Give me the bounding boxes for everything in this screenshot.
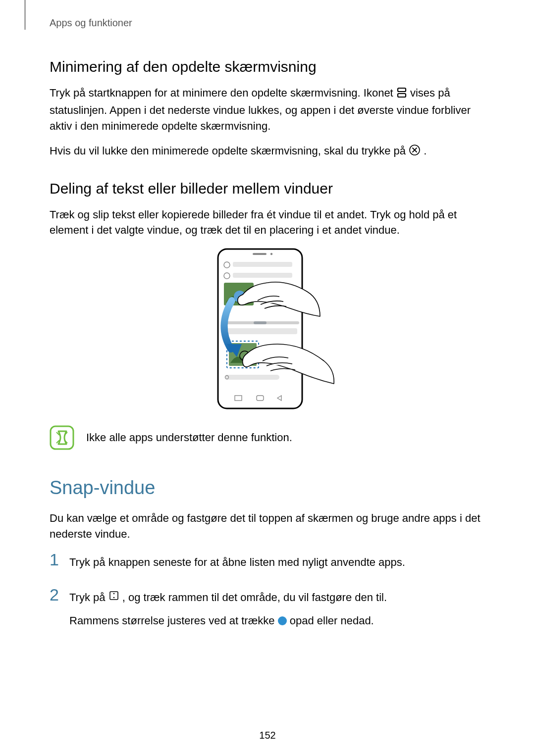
snap-window-icon: [108, 591, 122, 604]
paragraph-minimize-2: Hvis du vil lukke den minimerede opdelte…: [50, 143, 495, 160]
step-number-2: 2: [50, 586, 61, 603]
page-number: 152: [0, 730, 535, 741]
step-1: 1 Tryk på knappen seneste for at åbne li…: [50, 551, 495, 577]
step-1-text: Tryk på knappen seneste for at åbne list…: [69, 554, 495, 570]
text-fragment: Tryk på: [69, 591, 108, 604]
text-fragment: opad eller nedad.: [290, 614, 374, 627]
svg-rect-0: [398, 88, 406, 92]
paragraph-minimize-1: Tryk på startknappen for at minimere den…: [50, 85, 495, 134]
svg-rect-22: [51, 426, 73, 449]
text-fragment: Rammens størrelse justeres ved at trække: [69, 614, 278, 627]
svg-rect-12: [254, 321, 267, 324]
note-row: Ikke alle apps understøtter denne funkti…: [50, 425, 495, 450]
drag-handle-dot-icon: [278, 616, 287, 625]
text-fragment: .: [424, 145, 427, 157]
breadcrumb: Apps og funktioner: [50, 17, 495, 29]
svg-rect-4: [253, 253, 267, 255]
illustration-drag-between-windows: [50, 247, 495, 410]
step-number-1: 1: [50, 551, 61, 568]
svg-rect-16: [225, 375, 279, 380]
note-icon: [50, 425, 74, 450]
close-circle-icon: [409, 144, 421, 160]
note-text: Ikke alle apps understøtter denne funkti…: [86, 431, 292, 444]
step-2: 2 Tryk på , og træk rammen til det områd…: [50, 586, 495, 636]
split-screen-icon: [396, 87, 407, 102]
svg-rect-7: [233, 262, 292, 267]
heading-share-between-windows: Deling af tekst eller billeder mellem vi…: [50, 180, 495, 197]
svg-point-25: [113, 597, 114, 599]
svg-point-5: [270, 253, 272, 255]
header-rule: [25, 0, 25, 30]
svg-rect-23: [110, 592, 118, 600]
step-2-line-1: Tryk på , og træk rammen til det område,…: [69, 589, 495, 605]
text-fragment: Tryk på startknappen for at minimere den…: [50, 87, 396, 99]
svg-rect-13: [223, 328, 297, 334]
svg-rect-1: [398, 94, 406, 97]
heading-minimize-split-view: Minimering af den opdelte skærmvisning: [50, 58, 495, 75]
heading-snap-window: Snap-vindue: [50, 477, 495, 499]
step-2-line-2: Rammens størrelse justeres ved at trække…: [69, 612, 495, 629]
text-fragment: , og træk rammen til det område, du vil …: [122, 591, 387, 604]
svg-point-24: [113, 593, 114, 595]
paragraph-snap-intro: Du kan vælge et område og fastgøre det t…: [50, 510, 495, 542]
text-fragment: Hvis du vil lukke den minimerede opdelte…: [50, 145, 409, 157]
svg-rect-9: [233, 273, 292, 278]
paragraph-share-1: Træk og slip tekst eller kopierede bille…: [50, 207, 495, 239]
